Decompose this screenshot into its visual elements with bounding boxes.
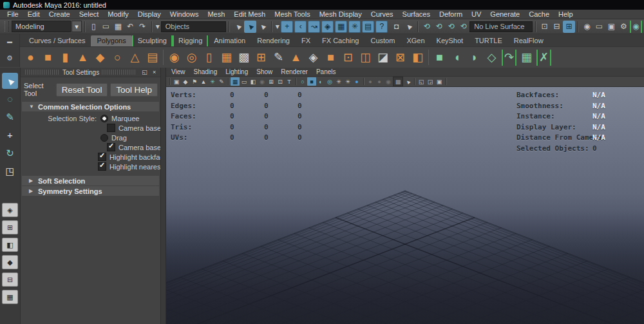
curve-warp-icon[interactable]: ↷: [502, 50, 516, 66]
subdiv-grid-icon[interactable]: ⊞: [252, 49, 270, 66]
snap-to-points-icon[interactable]: ↝: [308, 21, 320, 33]
poly-pipe-icon[interactable]: ▤: [144, 49, 161, 66]
ambient-occlusion-icon[interactable]: ◉: [384, 77, 393, 86]
multi-cut-icon[interactable]: ✎: [270, 49, 287, 66]
resolution-gate-icon[interactable]: ◧: [249, 77, 258, 86]
render-view-icon[interactable]: ◉: [581, 21, 593, 33]
menu-item[interactable]: Edit: [23, 10, 44, 18]
section-common-selection-options[interactable]: ▼ Common Selection Options: [22, 102, 159, 111]
menu-item[interactable]: Curves: [366, 10, 398, 18]
textured-mode-icon[interactable]: ◐: [316, 77, 325, 86]
history-disable-icon[interactable]: ⟲: [457, 21, 469, 33]
option-row[interactable]: Camera based pai: [21, 142, 160, 152]
menu-item[interactable]: Select: [75, 10, 104, 18]
shelf-menu-gear-icon[interactable]: ⚙: [6, 54, 13, 62]
viewport-menu-item[interactable]: Shading: [194, 68, 226, 75]
hypershade-persp-layout-button[interactable]: ◆: [2, 255, 18, 269]
grip-handle[interactable]: [5, 21, 9, 32]
viewport-menu-item[interactable]: Panels: [316, 68, 345, 75]
new-scene-icon[interactable]: ▯: [88, 21, 100, 33]
gate-mask-icon[interactable]: ◉: [258, 77, 267, 86]
option-box[interactable]: [100, 134, 108, 142]
option-box[interactable]: [98, 162, 106, 171]
option-box[interactable]: [107, 124, 115, 132]
menu-item[interactable]: Display: [133, 10, 166, 18]
menu-item[interactable]: Cache: [524, 10, 554, 18]
input-output-connections-icon[interactable]: ▤: [362, 21, 374, 33]
persp-graph-layout-button[interactable]: ⊟: [2, 272, 18, 287]
open-scene-icon[interactable]: ▭: [100, 21, 112, 33]
menu-item[interactable]: Help: [554, 10, 578, 18]
redo-icon[interactable]: ↷: [137, 21, 149, 33]
live-surface-field[interactable]: No Live Surface: [469, 21, 533, 32]
tool-help-button[interactable]: Tool Help: [110, 83, 158, 97]
make-live-icon[interactable]: ✳: [348, 21, 361, 33]
menu-item[interactable]: UV: [467, 10, 486, 18]
ipr-render-icon[interactable]: ▣: [605, 21, 618, 33]
undo-icon[interactable]: ↶: [124, 21, 137, 33]
poly-cube-icon[interactable]: ■: [39, 49, 57, 66]
construction-history-off-icon[interactable]: ⟲: [433, 21, 445, 33]
menu-item[interactable]: File: [3, 10, 23, 18]
sculpt-cube-icon[interactable]: ◇: [483, 49, 500, 66]
shaded-mode-icon[interactable]: ■: [307, 77, 316, 86]
shelf-tab[interactable]: Custom: [365, 35, 401, 46]
move-tool-icon[interactable]: +: [2, 127, 18, 143]
fold-icon[interactable]: ◪: [374, 49, 392, 66]
shelf-tab[interactable]: TURTLE: [469, 35, 508, 46]
outliner-persp-layout-button[interactable]: ◧: [2, 238, 18, 252]
shelf-tab[interactable]: Rigging: [173, 35, 208, 46]
viewport-menu-item[interactable]: Lighting: [225, 68, 256, 75]
select-component-icon[interactable]: ▲: [256, 21, 269, 33]
shelf-tab[interactable]: FX: [296, 35, 316, 46]
section-symmetry-settings[interactable]: ▶ Symmetry Settings: [22, 186, 159, 196]
poly-plane-icon[interactable]: ◆: [91, 49, 109, 66]
poly-torus-icon[interactable]: ○: [109, 49, 126, 66]
render-settings-icon[interactable]: ⚙: [618, 21, 630, 33]
viewport-menu-item[interactable]: View: [171, 68, 194, 75]
lock-selection-icon[interactable]: ◘: [390, 21, 402, 33]
poly-cylinder-icon[interactable]: ▮: [57, 49, 74, 66]
sequence-time-icon[interactable]: ◱: [417, 77, 426, 86]
menu-item[interactable]: Mesh Tools: [270, 10, 314, 18]
interactive-groom-icon[interactable]: ✗: [536, 50, 551, 66]
menu-item[interactable]: Mesh Display: [315, 10, 366, 18]
option-row[interactable]: Camera based sel: [21, 123, 160, 133]
menu-item[interactable]: Edit Mesh: [229, 10, 270, 18]
four-pane-layout-button[interactable]: ⊞: [2, 220, 18, 234]
option-box[interactable]: [100, 115, 108, 122]
save-scene-icon[interactable]: ▦: [112, 21, 124, 33]
poly-sphere-icon[interactable]: ●: [22, 49, 39, 66]
menu-item[interactable]: Create: [44, 10, 75, 18]
shelf-tab[interactable]: FX Caching: [316, 35, 365, 46]
reset-tool-button[interactable]: Reset Tool: [56, 83, 108, 97]
safe-action-icon[interactable]: ⊡: [276, 77, 285, 86]
poly-pyramid-icon[interactable]: △: [126, 49, 144, 66]
launch-render-view-icon[interactable]: ◉: [630, 21, 642, 33]
select-object-icon[interactable]: ▲: [244, 21, 256, 33]
xgen-window-icon[interactable]: ▦: [518, 49, 535, 66]
select-hierarchy-icon[interactable]: ▲: [232, 21, 244, 33]
extrude-icon[interactable]: ▲: [287, 49, 305, 66]
single-pane-layout-button[interactable]: ◈: [2, 203, 18, 217]
grid-toggle-icon[interactable]: ▦: [231, 77, 240, 86]
menu-item[interactable]: Surfaces: [398, 10, 435, 18]
panel-resize-handle[interactable]: [161, 68, 166, 324]
snap-to-projected-center-icon[interactable]: ◈: [321, 21, 334, 33]
selection-mask-field[interactable]: Objects: [161, 21, 226, 32]
shelf-tab[interactable]: Curves / Surfaces: [23, 35, 91, 46]
shelf-tab[interactable]: XGen: [401, 35, 430, 46]
poly-cone-icon[interactable]: ▲: [74, 49, 91, 66]
menu-set-dropdown-arrow[interactable]: ▾: [71, 21, 82, 32]
highlight-selection-mode-icon[interactable]: ▲: [402, 21, 415, 33]
construction-history-on-icon[interactable]: ⟲: [421, 21, 433, 33]
select-camera-icon[interactable]: ▣: [172, 77, 181, 86]
snap-to-grids-icon[interactable]: +: [281, 21, 293, 33]
insert-edge-icon[interactable]: ◫: [357, 49, 374, 66]
option-box[interactable]: [107, 143, 115, 151]
restore-panel-icon[interactable]: ◱: [140, 68, 149, 76]
select-tool-icon[interactable]: ▲: [2, 73, 18, 89]
open-tool-settings-icon[interactable]: ⊟: [551, 21, 563, 33]
option-box[interactable]: [98, 153, 106, 161]
option-row[interactable]: Selection Style: Marquee: [21, 113, 160, 123]
